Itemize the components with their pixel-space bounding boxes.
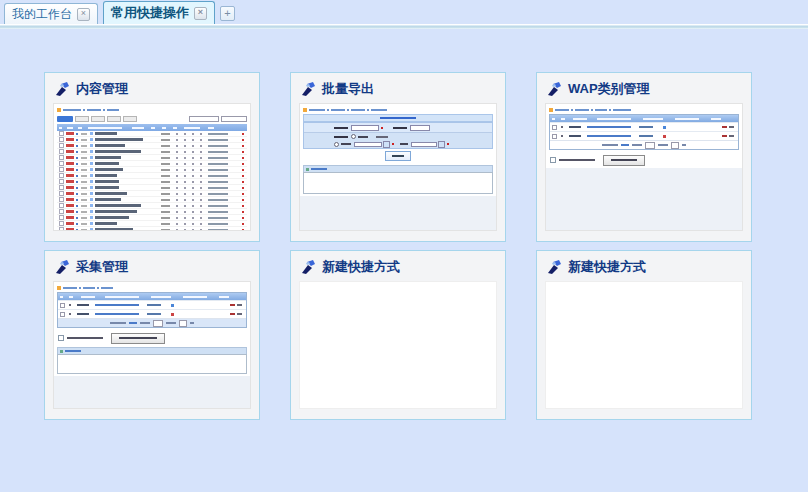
thumb-decor: [663, 135, 666, 138]
card-batch-export[interactable]: 批量导出: [290, 72, 506, 242]
thumb-decor: [90, 210, 93, 213]
thumb-list-row: [57, 227, 247, 231]
card-thumbnail-wap-table[interactable]: [545, 103, 743, 231]
thumb-decor: [663, 126, 666, 129]
thumb-decor: [192, 205, 194, 207]
card-title-label: 采集管理: [76, 258, 128, 276]
card-collection-management[interactable]: 采集管理: [44, 250, 260, 420]
title-cell: [95, 168, 159, 171]
thumb-decor: [95, 180, 119, 183]
thumb-decor: [192, 223, 194, 225]
panel-icon: [306, 168, 309, 171]
thumb-decor: [711, 118, 721, 120]
checkbox: [59, 173, 64, 178]
thumb-decor: [95, 222, 117, 225]
checkbox: [59, 167, 64, 172]
thumb-decor: [371, 109, 387, 111]
thumb-decor: [95, 132, 117, 135]
shortcut-icon: [301, 81, 317, 97]
card-new-shortcut[interactable]: 新建快捷方式: [536, 250, 752, 420]
thumb-decor: [95, 313, 139, 315]
thumb-breadcrumb: [549, 107, 739, 113]
thumb-decor: [200, 223, 202, 225]
thumb-decor: [242, 163, 244, 165]
card-thumbnail-export-form[interactable]: [299, 103, 497, 231]
card-wap-category-management[interactable]: WAP类别管理: [536, 72, 752, 242]
thumb-decor: [87, 109, 101, 111]
thumb-decor: [184, 223, 186, 225]
tab-quick-actions[interactable]: 常用快捷操作 ×: [103, 1, 215, 24]
thumb-decor: [192, 211, 194, 213]
alert-cell: [242, 187, 244, 189]
alert-cell: [242, 223, 244, 225]
thumb-decor: [66, 180, 74, 183]
thumb-decor: [90, 204, 93, 207]
title-cell: [95, 144, 159, 147]
thumb-decor: [90, 192, 93, 195]
thumb-decor: [208, 163, 228, 165]
thumb-decor: [95, 228, 133, 231]
thumb-decor: [90, 222, 93, 225]
checkbox: [59, 221, 64, 226]
card-thumbnail-blank[interactable]: [545, 281, 743, 409]
thumb-decor: [573, 118, 587, 120]
close-icon[interactable]: ×: [77, 8, 90, 21]
thumb-panel-header: [303, 165, 493, 172]
shortcut-icon: [547, 259, 563, 275]
thumb-table-row: [550, 122, 738, 131]
thumb-decor: [559, 159, 595, 161]
thumb-decor: [334, 127, 348, 129]
thumb-decor: [81, 211, 87, 213]
shortcut-icon: [55, 259, 71, 275]
thumb-decor: [59, 127, 62, 129]
card-thumbnail-collect-table[interactable]: [53, 281, 251, 409]
thumb-decor: [76, 205, 78, 207]
pager-select: [645, 142, 655, 149]
thumb-decor: [200, 205, 202, 207]
thumb-decor: [242, 133, 244, 135]
thumb-decor: [81, 223, 87, 225]
thumb-decor: [200, 163, 202, 165]
card-content-management[interactable]: 内容管理: [44, 72, 260, 242]
thumb-decor: [176, 163, 178, 165]
checkbox: [59, 227, 64, 231]
thumb-decor: [184, 163, 186, 165]
alert-cell: [242, 169, 244, 171]
thumb-decor: [200, 199, 202, 201]
thumb-decor: [208, 133, 228, 135]
thumb-decor: [95, 144, 125, 147]
thumb-decor: [76, 175, 78, 177]
calendar-icon: [383, 141, 390, 148]
thumb-decor: [208, 127, 214, 129]
thumb-decor: [200, 229, 202, 231]
close-icon[interactable]: ×: [194, 7, 207, 20]
toolbar-button-primary: [57, 116, 73, 122]
thumb-decor: [208, 229, 228, 231]
thumb-next-button: [385, 151, 411, 161]
card-thumbnail-content-list[interactable]: [53, 103, 251, 231]
card-thumbnail-blank[interactable]: [299, 281, 497, 409]
thumb-decor: [95, 198, 121, 201]
thumb-decor: [95, 162, 119, 165]
tab-my-workspace[interactable]: 我的工作台 ×: [4, 3, 98, 24]
thumb-panel: [57, 354, 247, 374]
title-cell: [95, 192, 159, 195]
thumb-decor: [90, 150, 93, 153]
thumb-decor: [242, 199, 244, 201]
thumb-decor: [105, 296, 139, 298]
thumb-decor: [110, 322, 126, 324]
thumb-pagination: [550, 140, 738, 149]
checkbox: [59, 197, 64, 202]
thumb-decor: [81, 229, 87, 231]
thumb-decor: [200, 133, 202, 135]
title-cell: [95, 156, 159, 159]
thumb-decor: [95, 304, 139, 306]
thumb-decor: [161, 205, 170, 207]
add-tab-button[interactable]: +: [220, 6, 235, 21]
thumb-decor: [66, 156, 74, 159]
thumb-decor: [208, 175, 228, 177]
card-new-shortcut[interactable]: 新建快捷方式: [290, 250, 506, 420]
card-title-label: 批量导出: [322, 80, 374, 98]
title-cell: [95, 162, 159, 165]
thumb-decor: [161, 133, 170, 135]
